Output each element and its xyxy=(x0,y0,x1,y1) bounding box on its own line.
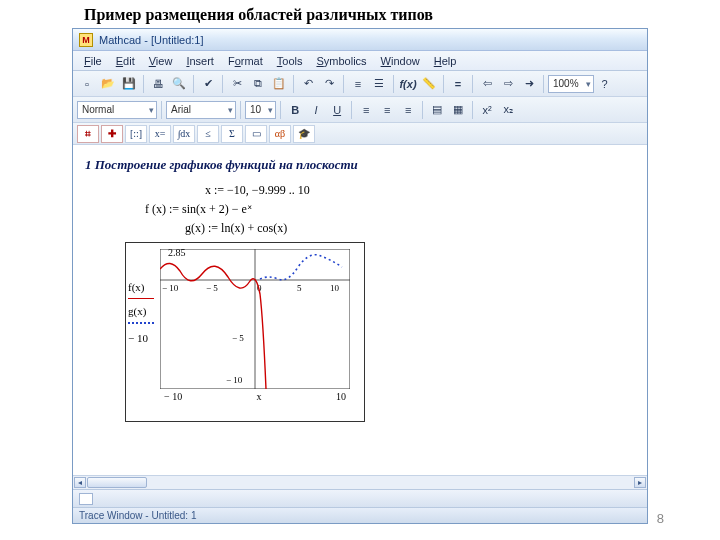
matrix-palette-icon[interactable]: [::] xyxy=(125,125,147,143)
svg-text:5: 5 xyxy=(297,283,302,293)
eval-palette-icon[interactable]: x= xyxy=(149,125,171,143)
paste-icon[interactable]: 📋 xyxy=(269,74,289,94)
save-icon[interactable]: 💾 xyxy=(119,74,139,94)
scroll-thumb[interactable] xyxy=(87,477,147,488)
mathcad-window: M Mathcad - [Untitled:1] File Edit View … xyxy=(72,28,648,524)
y-lower-limit: − 10 xyxy=(128,330,154,348)
trace2-swatch-icon xyxy=(128,322,154,324)
style-select[interactable]: Normal xyxy=(77,101,157,119)
align2-icon[interactable]: ☰ xyxy=(369,74,389,94)
doc-heading: 1 Построение графиков функций на плоскос… xyxy=(85,157,635,173)
math-region-fx[interactable]: f (x) := sin(x + 2) − eˣ xyxy=(145,202,635,217)
menubar: File Edit View Insert Format Tools Symbo… xyxy=(73,51,647,71)
align-center-icon[interactable]: ≡ xyxy=(377,100,397,120)
superscript-icon[interactable]: x² xyxy=(477,100,497,120)
undo-icon[interactable]: ↶ xyxy=(298,74,318,94)
cut-icon[interactable]: ✂ xyxy=(227,74,247,94)
fontsize-select[interactable]: 10 xyxy=(245,101,276,119)
x-axis-label: x xyxy=(257,391,262,402)
graph-palette-icon[interactable]: ✚ xyxy=(101,125,123,143)
align-icon[interactable]: ≡ xyxy=(348,74,368,94)
slide-number: 8 xyxy=(657,511,664,526)
scroll-right-icon[interactable]: ▸ xyxy=(634,477,646,488)
statusbar xyxy=(73,489,647,507)
trace1-swatch-icon xyxy=(128,298,154,299)
trace1-label: f(x) xyxy=(128,279,154,297)
underline-icon[interactable]: U xyxy=(327,100,347,120)
trace2-label: g(x) xyxy=(128,303,154,321)
plot-y-legend: f(x) g(x) − 10 xyxy=(128,279,154,348)
menu-file[interactable]: File xyxy=(77,53,109,69)
slide-title: Пример размещения областей различных тип… xyxy=(0,0,720,28)
redo-icon[interactable]: ↷ xyxy=(319,74,339,94)
trace-window-bar[interactable]: Trace Window - Untitled: 1 xyxy=(73,507,647,523)
plot-x-limits: − 10 x 10 xyxy=(160,391,350,402)
menu-insert[interactable]: Insert xyxy=(179,53,221,69)
formatting-toolbar: Normal Arial 10 B I U ≡ ≡ ≡ ▤ ▦ x² x₂ xyxy=(73,97,647,123)
zoom-select[interactable]: 100% xyxy=(548,75,594,93)
subscript-icon[interactable]: x₂ xyxy=(498,100,518,120)
italic-icon[interactable]: I xyxy=(306,100,326,120)
align-left-icon[interactable]: ≡ xyxy=(356,100,376,120)
programming-palette-icon[interactable]: Σ xyxy=(221,125,243,143)
spellcheck-icon[interactable]: ✔ xyxy=(198,74,218,94)
menu-tools[interactable]: Tools xyxy=(270,53,310,69)
numbered-icon[interactable]: ▦ xyxy=(448,100,468,120)
window-title: Mathcad - [Untitled:1] xyxy=(99,34,204,46)
print-icon[interactable]: 🖶 xyxy=(148,74,168,94)
status-indicator-icon xyxy=(79,493,93,505)
menu-window[interactable]: Window xyxy=(374,53,427,69)
resource-center-icon[interactable]: 🎓 xyxy=(293,125,315,143)
menu-format[interactable]: Format xyxy=(221,53,270,69)
greek-palette-icon[interactable]: αβ xyxy=(269,125,291,143)
calculator-palette-icon[interactable]: ⌗ xyxy=(77,125,99,143)
x-upper-limit: 10 xyxy=(336,391,346,402)
scroll-left-icon[interactable]: ◂ xyxy=(74,477,86,488)
unit-icon[interactable]: 📏 xyxy=(419,74,439,94)
boolean-palette-icon[interactable]: ≤ xyxy=(197,125,219,143)
svg-text:− 5: − 5 xyxy=(232,333,244,343)
align-right-icon[interactable]: ≡ xyxy=(398,100,418,120)
new-file-icon[interactable]: ▫ xyxy=(77,74,97,94)
calc-icon[interactable]: = xyxy=(448,74,468,94)
app-logo-icon: M xyxy=(79,33,93,47)
font-select[interactable]: Arial xyxy=(166,101,236,119)
menu-help[interactable]: Help xyxy=(427,53,464,69)
standard-toolbar: ▫ 📂 💾 🖶 🔍 ✔ ✂ ⧉ 📋 ↶ ↷ ≡ ☰ f(x) 📏 = ⇦ ⇨ ➜… xyxy=(73,71,647,97)
math-region-gx[interactable]: g(x) := ln(x) + cos(x) xyxy=(185,221,635,236)
menu-view[interactable]: View xyxy=(142,53,180,69)
x-lower-limit: − 10 xyxy=(164,391,182,402)
xy-plot-region[interactable]: 2.85 f(x) g(x) − 10 − 10 − 5 0 5 xyxy=(125,242,365,422)
svg-text:10: 10 xyxy=(330,283,340,293)
open-file-icon[interactable]: 📂 xyxy=(98,74,118,94)
horizontal-scrollbar[interactable]: ◂ ▸ xyxy=(73,475,647,489)
svg-text:− 10: − 10 xyxy=(162,283,179,293)
bold-icon[interactable]: B xyxy=(285,100,305,120)
preview-icon[interactable]: 🔍 xyxy=(169,74,189,94)
svg-text:− 5: − 5 xyxy=(206,283,218,293)
web-back-icon[interactable]: ⇦ xyxy=(477,74,497,94)
ytick-top: 2.85 xyxy=(168,247,186,258)
symbolic-palette-icon[interactable]: ▭ xyxy=(245,125,267,143)
bullets-icon[interactable]: ▤ xyxy=(427,100,447,120)
web-go-icon[interactable]: ➜ xyxy=(519,74,539,94)
document-area[interactable]: 1 Построение графиков функций на плоскос… xyxy=(73,145,647,475)
titlebar: M Mathcad - [Untitled:1] xyxy=(73,29,647,51)
fx-icon[interactable]: f(x) xyxy=(398,74,418,94)
web-fwd-icon[interactable]: ⇨ xyxy=(498,74,518,94)
menu-edit[interactable]: Edit xyxy=(109,53,142,69)
copy-icon[interactable]: ⧉ xyxy=(248,74,268,94)
menu-symbolics[interactable]: Symbolics xyxy=(309,53,373,69)
svg-text:− 10: − 10 xyxy=(226,375,243,385)
calculus-palette-icon[interactable]: ∫dx xyxy=(173,125,195,143)
plot-canvas: − 10 − 5 0 5 10 − 5 − 10 xyxy=(160,249,350,389)
help-icon[interactable]: ? xyxy=(595,74,615,94)
math-toolbar: ⌗ ✚ [::] x= ∫dx ≤ Σ ▭ αβ 🎓 xyxy=(73,123,647,145)
math-region-range[interactable]: x := −10, −9.999 .. 10 xyxy=(205,183,635,198)
